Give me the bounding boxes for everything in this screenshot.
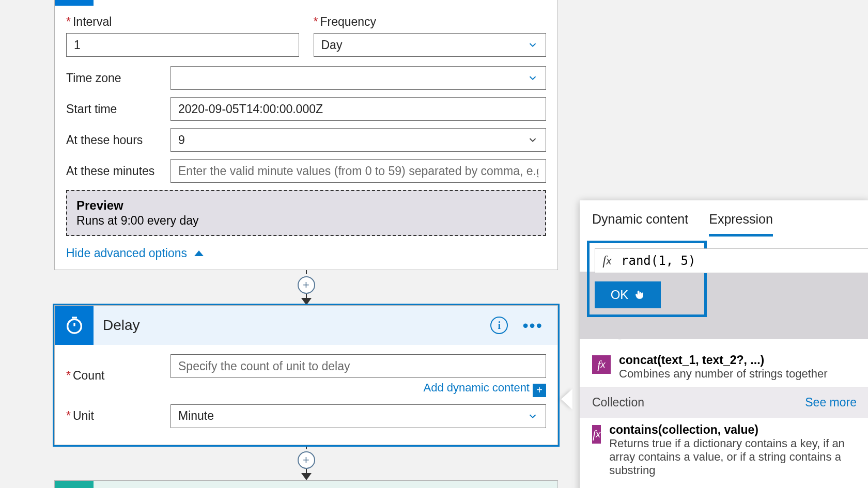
plus-icon: +: [533, 384, 546, 397]
see-more-collection[interactable]: See more: [805, 396, 857, 410]
delay-card: Delay i ••• *Count Add dynamic content+ …: [54, 305, 558, 445]
hours-label: At these hours: [66, 133, 171, 147]
tab-dynamic-content[interactable]: Dynamic content: [592, 212, 688, 237]
fx-badge-icon: fx: [592, 425, 601, 444]
func-concat[interactable]: fx concat(text_1, text_2?, ...) Combines…: [580, 348, 868, 387]
hours-select[interactable]: 9: [171, 128, 546, 152]
interval-input[interactable]: [66, 33, 299, 57]
func-contains[interactable]: fx contains(collection, value) Returns t…: [580, 418, 868, 483]
delay-icon: [55, 306, 94, 345]
minutes-input[interactable]: [171, 159, 546, 183]
delay-more-menu[interactable]: •••: [522, 323, 543, 328]
unit-label: *Unit: [66, 409, 171, 423]
hide-advanced-toggle[interactable]: Hide advanced options: [66, 246, 204, 260]
func-length[interactable]: fx length(collection) Returns the number…: [580, 483, 868, 488]
starttime-label: Start time: [66, 102, 171, 116]
expression-popup: Dynamic content Expression fx OK String …: [580, 200, 868, 488]
preview-box: Preview Runs at 9:00 every day: [66, 190, 546, 236]
ok-button[interactable]: OK: [595, 281, 661, 308]
arrow-down-icon-2: [301, 473, 312, 480]
starttime-input[interactable]: [171, 97, 546, 121]
timezone-label: Time zone: [66, 71, 171, 85]
cursor-hand-icon: [633, 288, 645, 302]
frequency-select[interactable]: Day: [314, 33, 547, 57]
expression-highlight: fx OK: [587, 241, 707, 317]
add-step-button[interactable]: +: [298, 276, 315, 294]
callout-pointer: [561, 389, 572, 410]
frequency-label: *Frequency: [314, 15, 547, 29]
tab-expression[interactable]: Expression: [709, 212, 773, 237]
add-dynamic-content-link[interactable]: Add dynamic content+: [171, 381, 546, 397]
recurrence-card: Recurrence ••• *Interval *Frequency Day: [54, 0, 558, 270]
unit-select[interactable]: Minute: [171, 404, 546, 428]
connector: +: [54, 270, 558, 305]
minutes-label: At these minutes: [66, 164, 171, 178]
chevron-up-icon: [194, 250, 204, 256]
recurrence-icon: [55, 0, 94, 6]
count-label: *Count: [66, 369, 171, 383]
section-collection: Collection See more: [580, 387, 868, 418]
info-icon[interactable]: i: [490, 317, 508, 334]
preview-text: Runs at 9:00 every day: [76, 214, 536, 228]
fx-badge-icon: fx: [592, 355, 611, 374]
next-card-peek: [54, 480, 558, 489]
preview-title: Preview: [76, 198, 536, 213]
fx-icon: fx: [595, 249, 619, 273]
timezone-select[interactable]: [171, 66, 546, 90]
expression-input[interactable]: [619, 249, 781, 273]
arrow-down-icon: [301, 298, 312, 305]
connector-2: +: [54, 445, 558, 480]
count-input[interactable]: [171, 354, 546, 378]
add-step-button-2[interactable]: +: [298, 451, 315, 469]
interval-label: *Interval: [66, 15, 299, 29]
delay-title: Delay: [94, 317, 490, 334]
